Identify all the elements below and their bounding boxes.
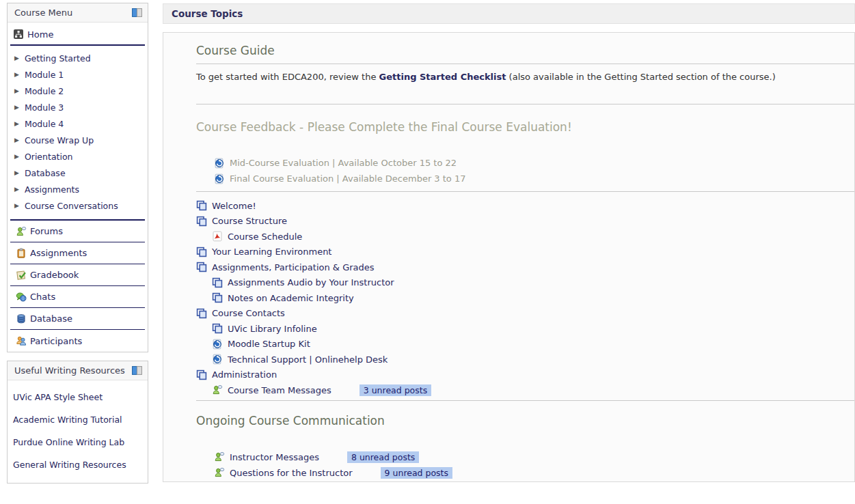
- chevron-right-icon: ▶: [14, 186, 19, 193]
- evaluation-link[interactable]: Final Course Evaluation | Available Dece…: [214, 171, 854, 186]
- chevron-right-icon: ▶: [14, 104, 19, 111]
- dock-block-icon[interactable]: [132, 365, 142, 376]
- topic-link[interactable]: Assignments, Participation & Grades: [196, 260, 854, 275]
- page-icon: [196, 247, 207, 257]
- menu-item-label: Module 1: [25, 70, 64, 80]
- page-icon: [212, 277, 223, 288]
- topic-link-label: Moodle Startup Kit: [228, 339, 310, 349]
- intro-prefix: To get started with EDCA200, review the: [196, 72, 379, 82]
- menu-item[interactable]: ▶ Module 4: [8, 115, 148, 132]
- divider: [196, 191, 854, 192]
- forum-link-partial[interactable]: [214, 481, 854, 483]
- writing-resources-header: Useful Writing Resources: [8, 361, 148, 380]
- resource-link[interactable]: Purdue Online Writing Lab: [8, 431, 148, 453]
- topic-link[interactable]: Technical Support | Onlinehelp Desk: [196, 352, 854, 367]
- writing-resources-block: Useful Writing Resources UVic APA Style …: [7, 361, 148, 484]
- menu-item[interactable]: ▶ Module 2: [8, 83, 148, 99]
- tool-item[interactable]: Forums: [10, 221, 145, 242]
- course-menu-header: Course Menu: [8, 3, 148, 23]
- chevron-right-icon: ▶: [14, 170, 19, 176]
- communication-heading: Ongoing Course Communication: [196, 414, 854, 428]
- assignment-icon: [16, 248, 27, 259]
- topic-link[interactable]: Course Schedule: [196, 229, 854, 244]
- tool-item[interactable]: Assignments: [10, 242, 145, 264]
- page-icon: [196, 369, 207, 380]
- menu-item[interactable]: ▶ Course Wrap Up: [8, 132, 148, 148]
- menu-item[interactable]: ▶ Database: [8, 165, 148, 181]
- topic-link[interactable]: Administration: [196, 367, 854, 383]
- topic-link[interactable]: Course Structure: [196, 214, 854, 229]
- intro-suffix: (also available in the Getting Started s…: [506, 72, 775, 82]
- tool-item[interactable]: Database: [10, 308, 145, 330]
- topic-link-label: Assignments Audio by Your Instructor: [228, 277, 394, 288]
- tool-item[interactable]: Gradebook: [10, 264, 145, 286]
- course-menu-nav: ▶ Getting Started ▶ Module 1 ▶ Module 2 …: [8, 46, 148, 216]
- forum-icon: [16, 226, 27, 237]
- menu-item-label: Module 3: [25, 102, 64, 113]
- menu-item[interactable]: ▶ Course Conversations: [8, 197, 148, 214]
- resource-link-label: General Writing Resources: [13, 460, 126, 470]
- course-guide-intro: To get started with EDCA200, review the …: [196, 72, 854, 82]
- getting-started-checklist-link[interactable]: Getting Started Checklist: [379, 72, 506, 82]
- course-menu-block: Course Menu Home ▶ Getting Started ▶ Mod…: [7, 3, 148, 352]
- topic-link[interactable]: Assignments Audio by Your Instructor: [196, 275, 854, 291]
- tool-item[interactable]: Participants: [10, 330, 145, 352]
- tool-item-label: Chats: [30, 292, 55, 302]
- unread-posts-badge: 9 unread posts: [381, 467, 452, 479]
- chevron-right-icon: ▶: [14, 137, 19, 143]
- page-icon: [196, 200, 207, 211]
- database-icon: [16, 313, 27, 324]
- topic-link[interactable]: Course Contacts: [196, 306, 854, 322]
- link-icon: [212, 339, 223, 350]
- tool-item[interactable]: Chats: [10, 286, 145, 308]
- topic-link-label: Notes on Academic Integrity: [228, 293, 354, 303]
- chat-icon: [16, 292, 27, 303]
- resource-link-label: Academic Writing Tutorial: [13, 415, 122, 425]
- topic-link[interactable]: Your Learning Environment: [196, 244, 854, 260]
- resource-link-label: UVic APA Style Sheet: [13, 392, 103, 402]
- chevron-right-icon: ▶: [14, 88, 19, 94]
- evaluation-link[interactable]: Mid-Course Evaluation | Available Octobe…: [214, 155, 854, 171]
- menu-item-label: Database: [25, 168, 66, 178]
- unread-posts-badge: 8 unread posts: [347, 451, 419, 463]
- forum-link[interactable]: Questions for the Instructor 9 unread po…: [214, 465, 854, 481]
- divider: [196, 104, 854, 104]
- menu-item-label: Assignments: [25, 184, 79, 195]
- menu-item[interactable]: ▶ Module 3: [8, 99, 148, 115]
- topic-link[interactable]: Notes on Academic Integrity: [196, 290, 854, 306]
- menu-item[interactable]: ▶ Getting Started: [8, 50, 148, 66]
- menu-item[interactable]: ▶ Assignments: [8, 181, 148, 197]
- forum-icon: [214, 467, 225, 478]
- link-icon: [214, 173, 225, 184]
- chevron-right-icon: ▶: [14, 121, 19, 127]
- topic-list: Welcome! Course Structure: [196, 198, 854, 398]
- topic-link-label: Administration: [212, 369, 277, 380]
- menu-item-label: Orientation: [25, 152, 73, 162]
- home-label: Home: [27, 29, 53, 40]
- tool-item-label: Assignments: [30, 248, 87, 258]
- topic-link[interactable]: Course Team Messages 3 unread posts: [196, 382, 854, 398]
- course-menu-title: Course Menu: [14, 8, 72, 18]
- tool-item-label: Forums: [30, 226, 63, 236]
- gradebook-icon: [16, 270, 27, 281]
- menu-item-label: Course Conversations: [25, 201, 118, 211]
- dock-block-icon[interactable]: [132, 8, 142, 18]
- writing-resources-title: Useful Writing Resources: [14, 365, 125, 376]
- resource-link[interactable]: UVic APA Style Sheet: [8, 386, 148, 408]
- course-feedback-heading: Course Feedback - Please Complete the Fi…: [196, 120, 854, 134]
- menu-item[interactable]: ▶ Module 1: [8, 66, 148, 83]
- topic-link-label: Welcome!: [212, 201, 256, 211]
- resource-link[interactable]: General Writing Resources: [8, 453, 148, 476]
- menu-item[interactable]: ▶ Orientation: [8, 148, 148, 165]
- home-icon: [13, 29, 24, 40]
- resource-link[interactable]: Academic Writing Tutorial: [8, 408, 148, 431]
- forum-link[interactable]: Instructor Messages 8 unread posts: [214, 449, 854, 465]
- evaluation-link-label: Mid-Course Evaluation | Available Octobe…: [230, 158, 457, 168]
- topic-link[interactable]: UVic Library Infoline: [196, 321, 854, 337]
- chevron-right-icon: ▶: [14, 203, 19, 209]
- topic-link[interactable]: Moodle Startup Kit: [196, 337, 854, 352]
- course-tools: Forums Assignments: [8, 221, 148, 352]
- chevron-right-icon: ▶: [14, 55, 19, 61]
- sidebar-item-home[interactable]: Home: [8, 23, 148, 44]
- topic-link[interactable]: Welcome!: [196, 198, 854, 214]
